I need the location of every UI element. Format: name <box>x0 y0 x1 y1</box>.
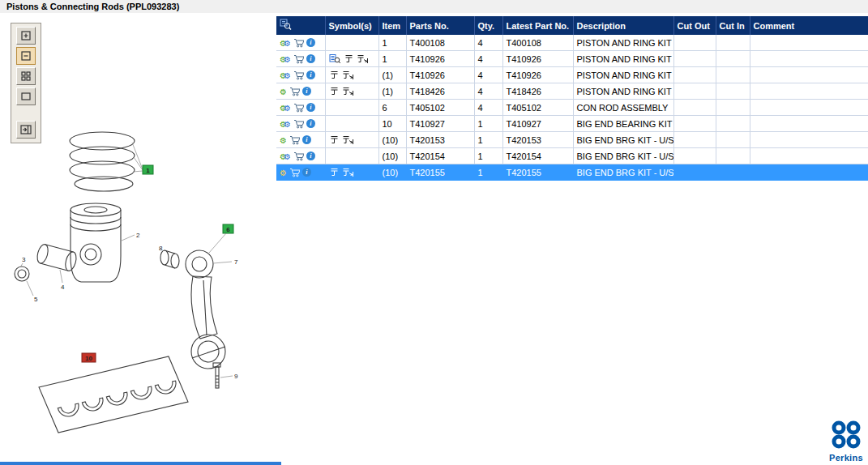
info-icon[interactable]: i <box>306 119 315 128</box>
info-icon[interactable]: i <box>306 38 315 47</box>
item-cell: (1) <box>378 67 406 83</box>
cart-icon[interactable] <box>293 119 304 129</box>
info-icon[interactable]: i <box>302 168 311 177</box>
piston[interactable] <box>71 203 121 282</box>
page-title: Pistons & Connecting Rods (PPL093283) <box>0 0 868 13</box>
zoom-in-button[interactable] <box>16 27 36 45</box>
fit-view-button[interactable] <box>16 67 36 85</box>
cut-out-cell <box>673 148 716 164</box>
col-header-qty: Qty. <box>474 16 502 35</box>
info-icon[interactable]: i <box>302 135 311 144</box>
zoom-out-button[interactable] <box>16 47 36 65</box>
description-cell: PISTON AND RING KIT <box>573 35 673 51</box>
piston-section-icon[interactable] <box>329 135 340 145</box>
rod-bolt[interactable] <box>213 363 220 388</box>
piston-replace-icon[interactable] <box>357 54 369 64</box>
description-cell: CON ROD ASSEMBLY <box>573 100 673 116</box>
cut-in-cell <box>716 67 750 83</box>
callout-10[interactable]: 10 <box>82 353 96 362</box>
comment-cell <box>750 51 868 67</box>
qty-cell: 4 <box>474 67 502 83</box>
svg-text:1: 1 <box>146 167 150 174</box>
comment-cell <box>750 83 868 100</box>
toggle-pane-icon <box>20 124 32 135</box>
col-header-comment: Comment <box>750 16 868 35</box>
table-row[interactable]: ⚙⚙i 1 T400108 4 T400108 PISTON AND RING … <box>276 35 868 51</box>
comment-cell <box>750 148 868 164</box>
zoom-window-button[interactable] <box>16 87 36 105</box>
piston-rings[interactable] <box>70 132 135 191</box>
info-icon[interactable]: i <box>302 87 311 96</box>
gears-icon[interactable]: ⚙ <box>280 135 287 145</box>
cart-icon[interactable] <box>289 168 300 177</box>
cart-icon[interactable] <box>293 70 304 80</box>
callout-6[interactable]: 6 <box>223 224 233 233</box>
piston-replace-icon[interactable] <box>342 70 354 80</box>
info-icon[interactable]: i <box>306 54 315 63</box>
comment-cell <box>750 35 868 51</box>
cut-out-cell <box>673 51 716 67</box>
piston-section-icon[interactable] <box>329 168 340 177</box>
item-cell: 10 <box>378 116 406 132</box>
table-row[interactable]: ⚙⚙i 10 T410927 1 T410927 BIG END BEARING… <box>276 116 868 132</box>
zoom-selection-icon <box>280 19 292 31</box>
bearing-shells[interactable] <box>39 356 188 433</box>
item-cell: (10) <box>378 148 406 164</box>
cut-in-cell <box>716 51 750 67</box>
info-icon[interactable]: i <box>306 103 315 112</box>
qty-cell: 4 <box>474 83 502 100</box>
info-icon[interactable]: i <box>306 70 315 79</box>
piston-section-icon[interactable] <box>329 87 340 96</box>
cart-icon[interactable] <box>289 135 300 145</box>
cut-out-cell <box>673 132 716 148</box>
callout-2[interactable]: 2 <box>136 232 140 239</box>
table-row[interactable]: ⚙i (10) T420153 1 T420153 BIG END BRG KI… <box>276 132 868 148</box>
callout-7[interactable]: 7 <box>234 258 238 266</box>
gears-icon[interactable]: ⚙ <box>280 87 287 96</box>
piston-replace-icon[interactable] <box>342 135 354 145</box>
table-row[interactable]: ⚙⚙i (10) T420154 1 T420154 BIG END BRG K… <box>276 148 868 164</box>
table-row-selected[interactable]: ⚙i (10) T420155 1 T420155 BIG END BRG KI… <box>276 164 868 181</box>
comment-cell <box>750 116 868 132</box>
piston-replace-icon[interactable] <box>342 87 354 96</box>
piston-section-icon[interactable] <box>329 70 340 80</box>
piston-replace-icon[interactable] <box>342 168 354 177</box>
toggle-pane-button[interactable] <box>16 121 36 139</box>
col-header-parts-no: Parts No. <box>406 16 474 35</box>
table-row[interactable]: ⚙⚙i 1 T410926 4 T410926 PISTON AND RING … <box>276 51 868 67</box>
gears-icon[interactable]: ⚙⚙ <box>280 38 291 48</box>
callout-4[interactable]: 4 <box>61 284 65 291</box>
callout-1[interactable]: 1 <box>143 165 153 174</box>
detail-view-icon[interactable] <box>329 53 341 64</box>
cart-icon[interactable] <box>293 54 304 64</box>
callout-8[interactable]: 8 <box>159 245 163 252</box>
cart-icon[interactable] <box>293 38 304 48</box>
gears-icon[interactable]: ⚙⚙ <box>280 70 291 80</box>
diagram-scrollbar[interactable] <box>0 462 281 465</box>
gears-icon[interactable]: ⚙⚙ <box>280 54 291 64</box>
connecting-rod[interactable] <box>186 250 225 369</box>
gears-icon[interactable]: ⚙⚙ <box>280 119 291 129</box>
latest-part-no-cell: T410927 <box>502 116 573 132</box>
circlip[interactable] <box>15 267 29 281</box>
cart-icon[interactable] <box>289 87 300 96</box>
comment-cell <box>750 67 868 83</box>
gears-icon[interactable]: ⚙⚙ <box>280 103 291 113</box>
gears-icon[interactable]: ⚙ <box>280 168 287 177</box>
table-row[interactable]: ⚙⚙i 6 T405102 4 T405102 CON ROD ASSEMBLY <box>276 100 868 116</box>
piston-section-icon[interactable] <box>344 54 354 64</box>
perkins-rings-icon <box>830 420 862 450</box>
table-row[interactable]: ⚙⚙i (1) T410926 4 T410926 PISTON AND RIN… <box>276 67 868 83</box>
callout-3[interactable]: 3 <box>22 256 26 263</box>
rod-bushing[interactable] <box>160 250 179 268</box>
zoom-selection-header[interactable] <box>276 16 325 35</box>
cart-icon[interactable] <box>293 103 304 113</box>
table-row[interactable]: ⚙i (1) T418426 4 T418426 PISTON AND RING… <box>276 83 868 100</box>
gears-icon[interactable]: ⚙⚙ <box>280 151 291 161</box>
description-cell: PISTON AND RING KIT - <box>573 83 673 100</box>
cart-icon[interactable] <box>293 151 304 161</box>
callout-5[interactable]: 5 <box>34 296 38 303</box>
info-icon[interactable]: i <box>306 151 315 160</box>
qty-cell: 4 <box>474 100 502 116</box>
callout-9[interactable]: 9 <box>234 373 238 380</box>
